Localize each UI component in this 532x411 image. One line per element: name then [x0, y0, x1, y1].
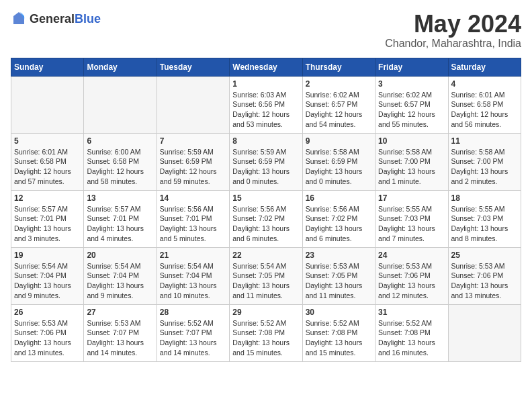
day-info: Sunrise: 5:56 AM Sunset: 7:01 PM Dayligh…: [160, 204, 226, 244]
day-info: Sunrise: 5:54 AM Sunset: 7:04 PM Dayligh…: [87, 261, 153, 301]
day-info: Sunrise: 5:52 AM Sunset: 7:07 PM Dayligh…: [160, 318, 226, 358]
calendar-cell: 24Sunrise: 5:53 AM Sunset: 7:06 PM Dayli…: [375, 247, 448, 304]
calendar-cell: 19Sunrise: 5:54 AM Sunset: 7:04 PM Dayli…: [11, 247, 84, 304]
day-info: Sunrise: 6:03 AM Sunset: 6:56 PM Dayligh…: [232, 90, 299, 130]
calendar-cell: 22Sunrise: 5:54 AM Sunset: 7:05 PM Dayli…: [230, 247, 302, 304]
day-number: 31: [378, 308, 445, 317]
day-info: Sunrise: 6:02 AM Sunset: 6:57 PM Dayligh…: [378, 90, 445, 130]
day-info: Sunrise: 5:53 AM Sunset: 7:06 PM Dayligh…: [451, 261, 518, 301]
calendar-cell: 30Sunrise: 5:52 AM Sunset: 7:08 PM Dayli…: [302, 304, 375, 361]
calendar-cell: 4Sunrise: 6:01 AM Sunset: 6:58 PM Daylig…: [448, 76, 521, 133]
day-number: 13: [87, 193, 153, 203]
calendar-cell: 18Sunrise: 5:55 AM Sunset: 7:03 PM Dayli…: [448, 190, 521, 247]
day-info: Sunrise: 5:52 AM Sunset: 7:08 PM Dayligh…: [232, 318, 299, 358]
day-info: Sunrise: 5:57 AM Sunset: 7:01 PM Dayligh…: [87, 204, 153, 244]
calendar-cell: 26Sunrise: 5:53 AM Sunset: 7:06 PM Dayli…: [11, 304, 84, 361]
calendar-cell: 10Sunrise: 5:58 AM Sunset: 7:00 PM Dayli…: [375, 133, 448, 190]
calendar-cell: 31Sunrise: 5:52 AM Sunset: 7:08 PM Dayli…: [375, 304, 448, 361]
calendar-cell: 23Sunrise: 5:53 AM Sunset: 7:05 PM Dayli…: [302, 247, 375, 304]
calendar-cell: 11Sunrise: 5:58 AM Sunset: 7:00 PM Dayli…: [448, 133, 521, 190]
day-info: Sunrise: 5:59 AM Sunset: 6:59 PM Dayligh…: [232, 147, 299, 187]
day-info: Sunrise: 5:53 AM Sunset: 7:05 PM Dayligh…: [306, 261, 372, 301]
calendar-cell: 17Sunrise: 5:55 AM Sunset: 7:03 PM Dayli…: [375, 190, 448, 247]
calendar-cell: 14Sunrise: 5:56 AM Sunset: 7:01 PM Dayli…: [157, 190, 229, 247]
day-number: 9: [306, 136, 372, 146]
day-number: 6: [87, 136, 153, 146]
calendar-header-row: SundayMondayTuesdayWednesdayThursdayFrid…: [11, 58, 521, 76]
calendar-week-row: 12Sunrise: 5:57 AM Sunset: 7:01 PM Dayli…: [11, 190, 521, 247]
month-title: May 2024: [385, 11, 521, 38]
day-number: 2: [306, 79, 372, 89]
day-of-week-header: Saturday: [448, 58, 521, 76]
calendar-cell: 25Sunrise: 5:53 AM Sunset: 7:06 PM Dayli…: [448, 247, 521, 304]
calendar-cell: 7Sunrise: 5:59 AM Sunset: 6:59 PM Daylig…: [157, 133, 229, 190]
day-number: 1: [232, 79, 299, 89]
day-info: Sunrise: 5:57 AM Sunset: 7:01 PM Dayligh…: [14, 204, 81, 244]
day-number: 23: [306, 250, 372, 260]
title-area: May 2024 Chandor, Maharashtra, India: [385, 11, 521, 50]
day-info: Sunrise: 5:55 AM Sunset: 7:03 PM Dayligh…: [451, 204, 518, 244]
calendar-week-row: 5Sunrise: 6:01 AM Sunset: 6:58 PM Daylig…: [11, 133, 521, 190]
day-of-week-header: Wednesday: [230, 58, 302, 76]
day-info: Sunrise: 5:52 AM Sunset: 7:08 PM Dayligh…: [306, 318, 372, 358]
day-info: Sunrise: 5:54 AM Sunset: 7:04 PM Dayligh…: [160, 261, 226, 301]
day-number: 28: [160, 308, 226, 317]
day-number: 22: [232, 250, 299, 260]
logo: GeneralBlue: [11, 11, 101, 27]
day-info: Sunrise: 5:54 AM Sunset: 7:05 PM Dayligh…: [232, 261, 299, 301]
calendar-cell: 1Sunrise: 6:03 AM Sunset: 6:56 PM Daylig…: [230, 76, 302, 133]
day-number: 3: [378, 79, 445, 89]
calendar-cell: 3Sunrise: 6:02 AM Sunset: 6:57 PM Daylig…: [375, 76, 448, 133]
day-number: 17: [378, 193, 445, 203]
day-number: 19: [14, 250, 81, 260]
day-number: 20: [87, 250, 153, 260]
day-info: Sunrise: 5:53 AM Sunset: 7:07 PM Dayligh…: [87, 318, 153, 358]
calendar-cell: 12Sunrise: 5:57 AM Sunset: 7:01 PM Dayli…: [11, 190, 84, 247]
day-number: 16: [306, 193, 372, 203]
day-info: Sunrise: 5:52 AM Sunset: 7:08 PM Dayligh…: [378, 318, 445, 358]
calendar-cell: 8Sunrise: 5:59 AM Sunset: 6:59 PM Daylig…: [230, 133, 302, 190]
day-number: 14: [160, 193, 226, 203]
day-number: 15: [232, 193, 299, 203]
day-info: Sunrise: 6:01 AM Sunset: 6:58 PM Dayligh…: [14, 147, 81, 187]
day-of-week-header: Sunday: [11, 58, 84, 76]
day-number: 8: [232, 136, 299, 146]
calendar-cell: 13Sunrise: 5:57 AM Sunset: 7:01 PM Dayli…: [84, 190, 157, 247]
location-subtitle: Chandor, Maharashtra, India: [385, 38, 521, 50]
day-info: Sunrise: 6:00 AM Sunset: 6:58 PM Dayligh…: [87, 147, 153, 187]
day-info: Sunrise: 6:02 AM Sunset: 6:57 PM Dayligh…: [306, 90, 372, 130]
day-number: 30: [306, 308, 372, 317]
calendar-cell: [157, 76, 229, 133]
day-info: Sunrise: 5:59 AM Sunset: 6:59 PM Dayligh…: [160, 147, 226, 187]
day-info: Sunrise: 5:58 AM Sunset: 7:00 PM Dayligh…: [378, 147, 445, 187]
calendar-week-row: 26Sunrise: 5:53 AM Sunset: 7:06 PM Dayli…: [11, 304, 521, 361]
day-info: Sunrise: 5:56 AM Sunset: 7:02 PM Dayligh…: [232, 204, 299, 244]
calendar-week-row: 19Sunrise: 5:54 AM Sunset: 7:04 PM Dayli…: [11, 247, 521, 304]
day-info: Sunrise: 5:58 AM Sunset: 6:59 PM Dayligh…: [306, 147, 372, 187]
day-number: 10: [378, 136, 445, 146]
calendar-cell: 9Sunrise: 5:58 AM Sunset: 6:59 PM Daylig…: [302, 133, 375, 190]
calendar-cell: 29Sunrise: 5:52 AM Sunset: 7:08 PM Dayli…: [230, 304, 302, 361]
day-number: 12: [14, 193, 81, 203]
calendar-table: SundayMondayTuesdayWednesdayThursdayFrid…: [11, 58, 521, 362]
day-info: Sunrise: 6:01 AM Sunset: 6:58 PM Dayligh…: [451, 90, 518, 130]
calendar-cell: 21Sunrise: 5:54 AM Sunset: 7:04 PM Dayli…: [157, 247, 229, 304]
day-of-week-header: Thursday: [302, 58, 375, 76]
calendar-week-row: 1Sunrise: 6:03 AM Sunset: 6:56 PM Daylig…: [11, 76, 521, 133]
day-number: 5: [14, 136, 81, 146]
calendar-cell: 2Sunrise: 6:02 AM Sunset: 6:57 PM Daylig…: [302, 76, 375, 133]
day-of-week-header: Friday: [375, 58, 448, 76]
day-of-week-header: Monday: [84, 58, 157, 76]
calendar-cell: [448, 304, 521, 361]
day-info: Sunrise: 5:53 AM Sunset: 7:06 PM Dayligh…: [378, 261, 445, 301]
day-number: 29: [232, 308, 299, 317]
day-of-week-header: Tuesday: [157, 58, 229, 76]
calendar-cell: 15Sunrise: 5:56 AM Sunset: 7:02 PM Dayli…: [230, 190, 302, 247]
header: GeneralBlue May 2024 Chandor, Maharashtr…: [11, 11, 521, 50]
logo-blue-text: Blue: [75, 12, 101, 26]
day-info: Sunrise: 5:58 AM Sunset: 7:00 PM Dayligh…: [451, 147, 518, 187]
day-number: 4: [451, 79, 518, 89]
day-info: Sunrise: 5:54 AM Sunset: 7:04 PM Dayligh…: [14, 261, 81, 301]
calendar-cell: 20Sunrise: 5:54 AM Sunset: 7:04 PM Dayli…: [84, 247, 157, 304]
day-number: 18: [451, 193, 518, 203]
